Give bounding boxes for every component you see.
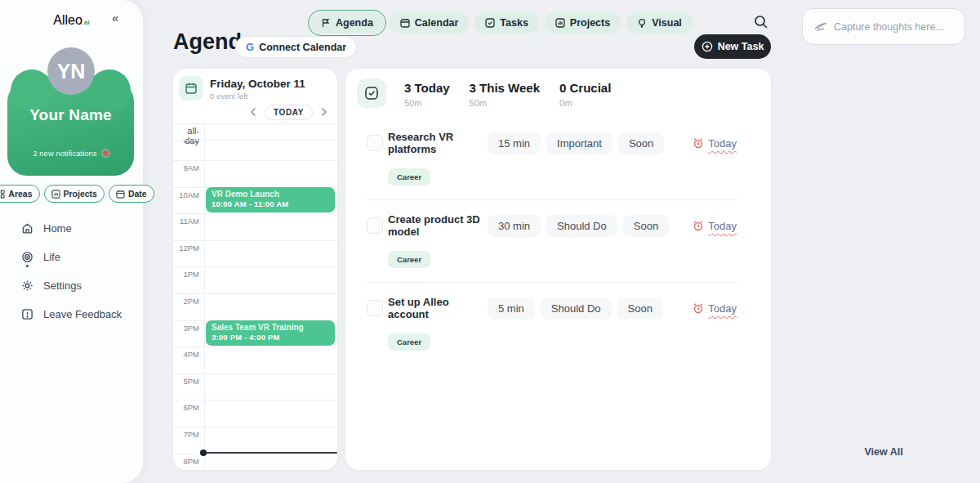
connect-calendar-button[interactable]: G Connect Calendar xyxy=(235,36,357,58)
hour-row: 2PM xyxy=(173,293,337,320)
duration-pill[interactable]: 5 min xyxy=(488,297,535,320)
sidebar-filter-row: Areas Projects Date xyxy=(0,185,143,203)
hour-label: 1PM xyxy=(173,270,199,279)
tab-agenda[interactable]: Agenda xyxy=(310,12,384,34)
task-title[interactable]: Research VR platforms xyxy=(388,131,488,155)
stat-duration: 50m xyxy=(404,98,450,108)
duration-pill[interactable]: 30 min xyxy=(488,215,541,237)
priority-pill[interactable]: Important xyxy=(546,132,612,154)
search-icon[interactable] xyxy=(753,14,769,30)
calendar-event[interactable]: VR Demo Launch 10:00 AM - 11:00 AM xyxy=(206,187,335,212)
today-button[interactable]: TODAY xyxy=(265,105,313,120)
date-filter-button[interactable]: Date xyxy=(109,185,154,203)
sidebar-item-life[interactable]: Life xyxy=(21,243,136,271)
task-tag[interactable]: Career xyxy=(388,333,430,351)
date-filter-label: Date xyxy=(128,189,147,199)
day-panel: Friday, October 11 0 event left TODAY al… xyxy=(173,69,337,470)
hour-row: 4PM xyxy=(173,347,337,373)
top-tabs: Agenda Calendar Tasks Projects Visual xyxy=(310,12,693,34)
stat-today: 3 Today 50m xyxy=(404,78,450,108)
task-list: Research VR platforms 15 min Important S… xyxy=(345,119,771,351)
collapse-sidebar-icon[interactable]: « xyxy=(112,11,118,25)
calendar-event[interactable]: Sales Team VR Training 3:00 PM - 4:00 PM xyxy=(206,320,335,346)
projects-filter-button[interactable]: Projects xyxy=(44,185,105,203)
urgency-pill[interactable]: Soon xyxy=(623,215,669,237)
urgency-pill[interactable]: Soon xyxy=(617,297,663,320)
google-icon: G xyxy=(246,41,254,53)
due-badge[interactable]: Today xyxy=(693,220,737,232)
user-name: Your Name xyxy=(7,106,134,124)
sidebar-item-label: Life xyxy=(43,251,60,263)
sidebar-item-home[interactable]: Home xyxy=(21,214,136,243)
pen-scribble-icon xyxy=(814,22,827,32)
hour-row: 5PM xyxy=(173,373,337,400)
plus-circle-icon xyxy=(702,41,713,52)
task-row: Create product 3D model 30 min Should Do… xyxy=(345,202,771,268)
home-icon xyxy=(21,222,33,235)
tab-visual[interactable]: Visual xyxy=(626,12,693,34)
stat-label: Today xyxy=(415,81,450,95)
chevron-left-icon[interactable] xyxy=(250,107,257,117)
priority-pill[interactable]: Should Do xyxy=(546,215,617,237)
hour-label: 11AM xyxy=(173,217,199,226)
tab-projects[interactable]: Projects xyxy=(545,12,621,34)
calendar-icon xyxy=(179,76,203,101)
hour-label: 7PM xyxy=(173,430,199,439)
hour-label: 8AM xyxy=(173,140,199,145)
tab-label: Visual xyxy=(652,17,682,29)
calendar-icon xyxy=(116,190,125,199)
alarm-icon xyxy=(693,302,704,314)
hour-label: 9AM xyxy=(173,163,199,172)
all-day-row: all-day xyxy=(173,123,337,140)
hour-row: 1PM xyxy=(173,266,337,293)
sidebar-item-label: Home xyxy=(43,222,72,235)
life-indicator-dot xyxy=(26,265,29,267)
areas-button[interactable]: Areas xyxy=(0,185,40,203)
hour-label: 2PM xyxy=(173,297,199,306)
logo-text: Alleo xyxy=(53,13,82,27)
view-all-link[interactable]: View All xyxy=(858,446,910,458)
new-task-label: New Task xyxy=(718,41,764,52)
avatar[interactable]: YN xyxy=(47,47,95,95)
gear-icon xyxy=(21,280,33,292)
check-square-icon xyxy=(485,18,495,28)
urgency-pill[interactable]: Soon xyxy=(618,132,664,154)
due-badge[interactable]: Today xyxy=(693,302,737,315)
app-root: Alleo.ai « YN Your Name 2 new notificati… xyxy=(0,0,980,483)
due-label: Today xyxy=(708,302,737,315)
capture-thoughts-input[interactable] xyxy=(834,21,953,33)
tab-label: Calendar xyxy=(415,17,459,29)
tab-label: Tasks xyxy=(500,17,528,29)
task-tag[interactable]: Career xyxy=(388,168,430,186)
lightbulb-icon xyxy=(637,18,647,28)
task-checkbox[interactable] xyxy=(367,217,383,234)
sidebar-item-leave-feedback[interactable]: Leave Feedback xyxy=(21,300,136,329)
notifications-row[interactable]: 2 new notifications xyxy=(7,149,134,158)
sidebar: Alleo.ai « YN Your Name 2 new notificati… xyxy=(0,0,143,483)
duration-pill[interactable]: 15 min xyxy=(488,132,541,154)
chevron-right-icon[interactable] xyxy=(320,107,327,117)
due-label: Today xyxy=(708,220,737,232)
task-title[interactable]: Create product 3D model xyxy=(388,213,488,238)
day-header: Friday, October 11 0 event left xyxy=(173,69,337,101)
new-task-button[interactable]: New Task xyxy=(694,34,771,59)
divider xyxy=(367,199,737,200)
tab-calendar[interactable]: Calendar xyxy=(390,12,470,34)
tab-tasks[interactable]: Tasks xyxy=(474,12,539,34)
sidebar-item-settings[interactable]: Settings xyxy=(21,271,136,300)
stat-this-week: 3 This Week 50m xyxy=(470,78,540,108)
logo-suffix: .ai xyxy=(82,19,90,26)
task-checkbox[interactable] xyxy=(367,300,383,316)
event-title: Sales Team VR Training xyxy=(212,323,329,332)
due-badge[interactable]: Today xyxy=(693,137,737,150)
capture-thoughts-box xyxy=(802,8,965,45)
priority-pill[interactable]: Should Do xyxy=(541,297,612,320)
hour-row: 7PM xyxy=(173,427,337,454)
stat-count: 3 xyxy=(470,81,476,95)
logo: Alleo.ai xyxy=(0,0,143,28)
task-title[interactable]: Set up Alleo account xyxy=(388,296,488,320)
task-tag[interactable]: Career xyxy=(388,251,430,268)
task-checkbox[interactable] xyxy=(367,135,383,151)
hour-row: 9AM xyxy=(173,160,337,187)
hour-row: 12PM xyxy=(173,240,337,267)
